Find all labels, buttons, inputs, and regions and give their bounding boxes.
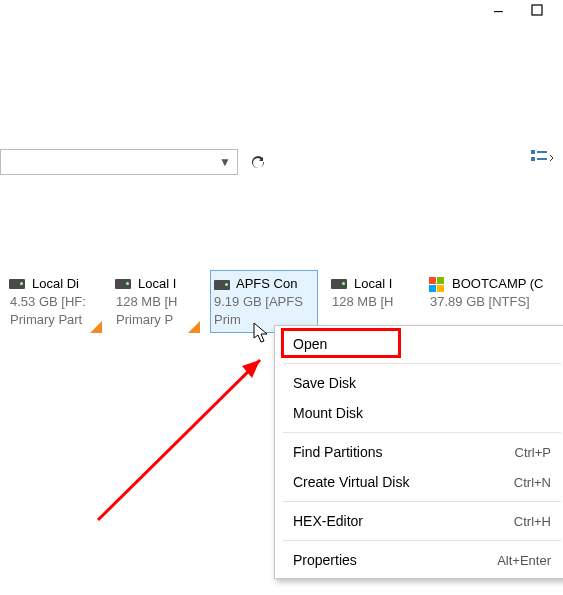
svg-rect-3: [531, 157, 535, 161]
menu-open[interactable]: Open: [277, 329, 563, 359]
menu-label: Mount Disk: [293, 405, 363, 421]
menu-separator: [283, 363, 561, 364]
svg-rect-0: [532, 5, 542, 15]
disk-partition: Primary P: [116, 312, 196, 327]
annotation-arrow: [88, 350, 288, 530]
windows-icon: [429, 277, 445, 293]
disk-size: 128 MB [H: [116, 294, 196, 309]
disk-name: Local I: [354, 276, 412, 291]
drive-icon: [331, 277, 347, 289]
disk-item[interactable]: BOOTCAMP (C 37.89 GB [NTFS]: [426, 270, 563, 333]
disk-name: BOOTCAMP (C: [452, 276, 562, 291]
disk-item-selected[interactable]: APFS Con 9.19 GB [APFS Prim: [210, 270, 318, 333]
menu-shortcut: Ctrl+H: [514, 514, 551, 529]
menu-label: HEX-Editor: [293, 513, 363, 529]
maximize-button[interactable]: [531, 3, 543, 19]
drive-icon: [9, 277, 25, 289]
flag-icon: [90, 321, 102, 333]
refresh-button[interactable]: [244, 149, 272, 177]
menu-properties[interactable]: Properties Alt+Enter: [277, 545, 563, 575]
disk-item[interactable]: Local Di 4.53 GB [HF: Primary Part: [6, 270, 102, 333]
svg-rect-2: [537, 151, 547, 153]
disk-partition: Primary Part: [10, 312, 98, 327]
menu-label: Open: [293, 336, 327, 352]
menu-separator: [283, 501, 561, 502]
flag-icon: [188, 321, 200, 333]
disk-size: 128 MB [H: [332, 294, 412, 309]
menu-shortcut: Ctrl+N: [514, 475, 551, 490]
context-menu: Open Save Disk Mount Disk Find Partition…: [274, 325, 563, 579]
svg-rect-4: [537, 158, 547, 160]
svg-line-5: [98, 360, 260, 520]
address-dropdown[interactable]: ▼: [0, 149, 238, 175]
window-controls: –: [494, 2, 543, 20]
disk-size: 9.19 GB [APFS: [214, 294, 314, 309]
menu-label: Find Partitions: [293, 444, 382, 460]
menu-separator: [283, 432, 561, 433]
menu-shortcut: Ctrl+P: [515, 445, 551, 460]
disk-list: Local Di 4.53 GB [HF: Primary Part Local…: [6, 270, 563, 333]
minimize-button[interactable]: –: [494, 2, 503, 20]
menu-label: Create Virtual Disk: [293, 474, 409, 490]
menu-hex-editor[interactable]: HEX-Editor Ctrl+H: [277, 506, 563, 536]
menu-find-partitions[interactable]: Find Partitions Ctrl+P: [277, 437, 563, 467]
menu-save-disk[interactable]: Save Disk: [277, 368, 563, 398]
chevron-down-icon: ▼: [219, 155, 231, 169]
menu-create-virtual-disk[interactable]: Create Virtual Disk Ctrl+N: [277, 467, 563, 497]
view-options-button[interactable]: [531, 149, 553, 169]
menu-label: Save Disk: [293, 375, 356, 391]
disk-name: Local Di: [32, 276, 98, 291]
disk-item[interactable]: Local I 128 MB [H: [328, 270, 416, 333]
menu-mount-disk[interactable]: Mount Disk: [277, 398, 563, 428]
disk-item[interactable]: Local I 128 MB [H Primary P: [112, 270, 200, 333]
disk-size: 4.53 GB [HF:: [10, 294, 98, 309]
menu-label: Properties: [293, 552, 357, 568]
menu-shortcut: Alt+Enter: [497, 553, 551, 568]
disk-name: APFS Con: [236, 276, 314, 291]
svg-marker-6: [242, 360, 260, 378]
menu-separator: [283, 540, 561, 541]
disk-name: Local I: [138, 276, 196, 291]
drive-icon: [214, 278, 230, 290]
drive-icon: [115, 277, 131, 289]
svg-rect-1: [531, 150, 535, 154]
disk-size: 37.89 GB [NTFS]: [430, 294, 562, 309]
